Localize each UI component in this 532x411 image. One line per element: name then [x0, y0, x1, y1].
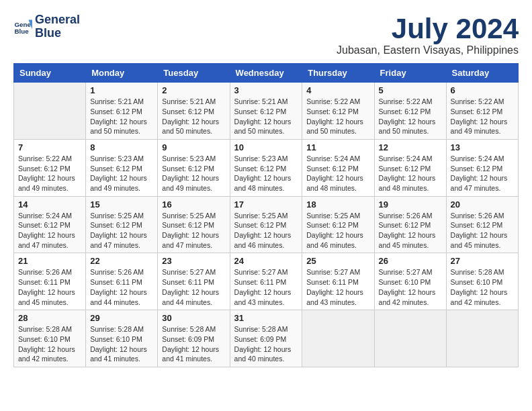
day-number: 30 [162, 313, 225, 323]
calendar-cell: 6Sunrise: 5:22 AM Sunset: 6:12 PM Daylig… [446, 83, 518, 140]
calendar-cell: 8Sunrise: 5:23 AM Sunset: 6:12 PM Daylig… [86, 139, 158, 196]
weekday-header: Thursday [302, 64, 374, 83]
day-info: Sunrise: 5:25 AM Sunset: 6:12 PM Dayligh… [162, 211, 225, 250]
calendar-cell: 13Sunrise: 5:24 AM Sunset: 6:12 PM Dayli… [446, 139, 518, 196]
calendar-cell: 26Sunrise: 5:27 AM Sunset: 6:10 PM Dayli… [374, 253, 446, 310]
day-info: Sunrise: 5:22 AM Sunset: 6:12 PM Dayligh… [18, 154, 81, 193]
day-info: Sunrise: 5:28 AM Sunset: 6:09 PM Dayligh… [162, 324, 225, 364]
day-info: Sunrise: 5:28 AM Sunset: 6:10 PM Dayligh… [18, 324, 81, 364]
day-number: 28 [18, 313, 81, 323]
day-number: 27 [451, 256, 514, 266]
calendar-cell: 21Sunrise: 5:26 AM Sunset: 6:11 PM Dayli… [14, 253, 86, 310]
calendar-cell: 11Sunrise: 5:24 AM Sunset: 6:12 PM Dayli… [302, 139, 374, 196]
day-info: Sunrise: 5:26 AM Sunset: 6:12 PM Dayligh… [451, 211, 514, 250]
day-info: Sunrise: 5:28 AM Sunset: 6:09 PM Dayligh… [234, 324, 298, 364]
day-info: Sunrise: 5:22 AM Sunset: 6:12 PM Dayligh… [451, 97, 514, 136]
calendar-cell [446, 310, 518, 367]
day-number: 24 [234, 256, 298, 266]
weekday-header: Tuesday [158, 64, 230, 83]
day-info: Sunrise: 5:21 AM Sunset: 6:12 PM Dayligh… [90, 97, 153, 136]
calendar-cell: 25Sunrise: 5:27 AM Sunset: 6:11 PM Dayli… [302, 253, 374, 310]
day-number: 23 [162, 256, 225, 266]
page-header: General Blue General Blue July 2024 Juba… [13, 13, 519, 56]
calendar-cell: 22Sunrise: 5:26 AM Sunset: 6:11 PM Dayli… [86, 253, 158, 310]
day-info: Sunrise: 5:22 AM Sunset: 6:12 PM Dayligh… [379, 97, 442, 136]
day-number: 13 [451, 142, 514, 152]
logo-icon: General Blue [13, 17, 32, 36]
day-info: Sunrise: 5:26 AM Sunset: 6:12 PM Dayligh… [379, 211, 442, 250]
day-info: Sunrise: 5:25 AM Sunset: 6:12 PM Dayligh… [90, 211, 153, 250]
day-info: Sunrise: 5:28 AM Sunset: 6:10 PM Dayligh… [451, 267, 514, 307]
day-info: Sunrise: 5:27 AM Sunset: 6:11 PM Dayligh… [162, 267, 225, 307]
location: Jubasan, Eastern Visayas, Philippines [337, 44, 519, 56]
calendar-cell: 1Sunrise: 5:21 AM Sunset: 6:12 PM Daylig… [86, 83, 158, 140]
day-number: 25 [306, 256, 369, 266]
calendar-cell: 14Sunrise: 5:24 AM Sunset: 6:12 PM Dayli… [14, 196, 86, 253]
day-info: Sunrise: 5:25 AM Sunset: 6:12 PM Dayligh… [306, 211, 369, 250]
day-info: Sunrise: 5:23 AM Sunset: 6:12 PM Dayligh… [234, 154, 298, 193]
day-number: 6 [451, 85, 514, 95]
day-number: 10 [234, 142, 298, 152]
calendar-cell: 23Sunrise: 5:27 AM Sunset: 6:11 PM Dayli… [158, 253, 230, 310]
calendar-week-row: 14Sunrise: 5:24 AM Sunset: 6:12 PM Dayli… [14, 196, 519, 253]
day-info: Sunrise: 5:26 AM Sunset: 6:11 PM Dayligh… [18, 267, 81, 307]
calendar-cell: 18Sunrise: 5:25 AM Sunset: 6:12 PM Dayli… [302, 196, 374, 253]
day-number: 22 [90, 256, 153, 266]
day-info: Sunrise: 5:28 AM Sunset: 6:10 PM Dayligh… [90, 324, 153, 364]
day-info: Sunrise: 5:27 AM Sunset: 6:11 PM Dayligh… [306, 267, 369, 307]
day-info: Sunrise: 5:24 AM Sunset: 6:12 PM Dayligh… [379, 154, 442, 193]
weekday-header-row: SundayMondayTuesdayWednesdayThursdayFrid… [14, 64, 519, 83]
weekday-header: Friday [374, 64, 446, 83]
calendar-cell: 7Sunrise: 5:22 AM Sunset: 6:12 PM Daylig… [14, 139, 86, 196]
calendar-cell: 27Sunrise: 5:28 AM Sunset: 6:10 PM Dayli… [446, 253, 518, 310]
calendar-cell: 20Sunrise: 5:26 AM Sunset: 6:12 PM Dayli… [446, 196, 518, 253]
calendar-cell: 30Sunrise: 5:28 AM Sunset: 6:09 PM Dayli… [158, 310, 230, 367]
day-number: 19 [379, 199, 442, 210]
day-info: Sunrise: 5:21 AM Sunset: 6:12 PM Dayligh… [234, 97, 298, 136]
day-number: 29 [90, 313, 153, 323]
day-number: 11 [306, 142, 369, 152]
day-number: 26 [379, 256, 442, 266]
calendar-cell: 5Sunrise: 5:22 AM Sunset: 6:12 PM Daylig… [374, 83, 446, 140]
day-number: 9 [162, 142, 225, 152]
calendar-cell: 4Sunrise: 5:22 AM Sunset: 6:12 PM Daylig… [302, 83, 374, 140]
day-info: Sunrise: 5:25 AM Sunset: 6:12 PM Dayligh… [234, 211, 298, 250]
day-info: Sunrise: 5:24 AM Sunset: 6:12 PM Dayligh… [18, 211, 81, 250]
day-number: 5 [379, 85, 442, 95]
weekday-header: Saturday [446, 64, 518, 83]
weekday-header: Wednesday [230, 64, 302, 83]
day-info: Sunrise: 5:24 AM Sunset: 6:12 PM Dayligh… [306, 154, 369, 193]
calendar-cell: 19Sunrise: 5:26 AM Sunset: 6:12 PM Dayli… [374, 196, 446, 253]
logo: General Blue General Blue [13, 13, 80, 40]
day-number: 12 [379, 142, 442, 152]
day-number: 1 [90, 85, 153, 95]
calendar-cell [302, 310, 374, 367]
day-info: Sunrise: 5:21 AM Sunset: 6:12 PM Dayligh… [162, 97, 225, 136]
weekday-header: Sunday [14, 64, 86, 83]
calendar-cell: 9Sunrise: 5:23 AM Sunset: 6:12 PM Daylig… [158, 139, 230, 196]
day-number: 8 [90, 142, 153, 152]
calendar-cell: 31Sunrise: 5:28 AM Sunset: 6:09 PM Dayli… [230, 310, 302, 367]
calendar-cell: 28Sunrise: 5:28 AM Sunset: 6:10 PM Dayli… [14, 310, 86, 367]
calendar-week-row: 28Sunrise: 5:28 AM Sunset: 6:10 PM Dayli… [14, 310, 519, 367]
day-number: 14 [18, 199, 81, 210]
day-number: 20 [451, 199, 514, 210]
calendar-cell: 16Sunrise: 5:25 AM Sunset: 6:12 PM Dayli… [158, 196, 230, 253]
calendar-cell: 3Sunrise: 5:21 AM Sunset: 6:12 PM Daylig… [230, 83, 302, 140]
day-number: 7 [18, 142, 81, 152]
svg-text:Blue: Blue [14, 28, 29, 35]
calendar-cell: 17Sunrise: 5:25 AM Sunset: 6:12 PM Dayli… [230, 196, 302, 253]
calendar-cell: 12Sunrise: 5:24 AM Sunset: 6:12 PM Dayli… [374, 139, 446, 196]
day-info: Sunrise: 5:23 AM Sunset: 6:12 PM Dayligh… [90, 154, 153, 193]
calendar-week-row: 7Sunrise: 5:22 AM Sunset: 6:12 PM Daylig… [14, 139, 519, 196]
calendar-week-row: 1Sunrise: 5:21 AM Sunset: 6:12 PM Daylig… [14, 83, 519, 140]
day-number: 3 [234, 85, 298, 95]
day-info: Sunrise: 5:26 AM Sunset: 6:11 PM Dayligh… [90, 267, 153, 307]
day-number: 4 [306, 85, 369, 95]
month-title: July 2024 [337, 13, 519, 44]
calendar-cell: 29Sunrise: 5:28 AM Sunset: 6:10 PM Dayli… [86, 310, 158, 367]
title-section: July 2024 Jubasan, Eastern Visayas, Phil… [337, 13, 519, 56]
calendar-cell: 24Sunrise: 5:27 AM Sunset: 6:11 PM Dayli… [230, 253, 302, 310]
calendar-cell [374, 310, 446, 367]
day-info: Sunrise: 5:22 AM Sunset: 6:12 PM Dayligh… [306, 97, 369, 136]
